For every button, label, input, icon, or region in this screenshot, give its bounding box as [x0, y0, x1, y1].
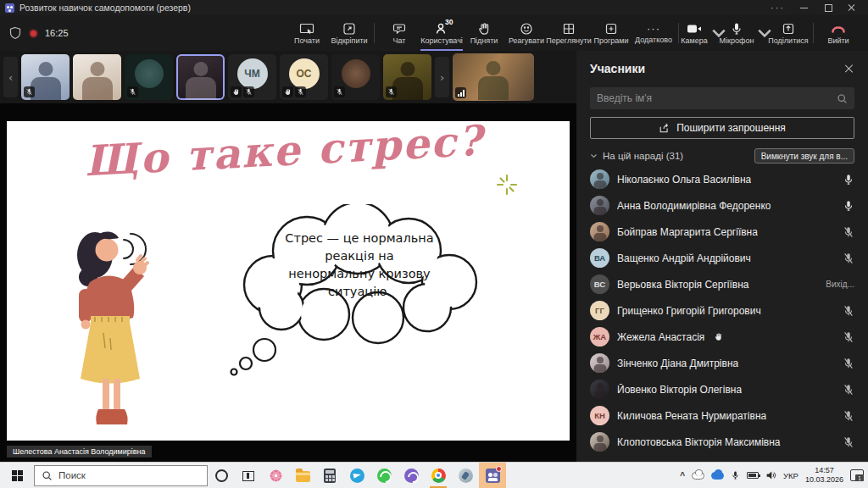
- mic-button[interactable]: Мікрофон: [725, 15, 767, 51]
- participant-name: Жежела Анастасія: [617, 331, 704, 343]
- flower-app-icon[interactable]: [262, 463, 289, 488]
- participant-row[interactable]: ГГ Грищенко Григорій Григорович: [590, 297, 854, 324]
- people-button[interactable]: 30 Користувачі: [420, 15, 463, 51]
- language-indicator[interactable]: УКР: [783, 471, 798, 480]
- raise-hand-button[interactable]: Підняти: [463, 15, 505, 51]
- participant-row[interactable]: Бойправ Маргарита Сергіївна: [590, 219, 854, 245]
- participant-search-input[interactable]: [597, 92, 832, 104]
- task-view-icon[interactable]: [235, 463, 262, 488]
- participant-row[interactable]: Ніколаєнко Ольга Василівна: [590, 166, 854, 192]
- person-silhouette: [176, 54, 225, 100]
- divider: [374, 23, 375, 43]
- windows-taskbar: Поиск: [0, 462, 868, 488]
- maximize-button[interactable]: [824, 3, 832, 12]
- camera-button[interactable]: Камера: [682, 15, 725, 51]
- chrome-icon[interactable]: [425, 463, 452, 488]
- speaker-icon[interactable]: [765, 470, 776, 480]
- participant-list: Ніколаєнко Ольга Василівна Анна Володими…: [590, 166, 854, 455]
- pinned-speaker-tile[interactable]: [453, 53, 534, 101]
- search-icon: [837, 93, 848, 104]
- apps-button[interactable]: Програми: [590, 15, 632, 51]
- video-tile[interactable]: [331, 54, 380, 100]
- participant-avatar: [590, 222, 609, 241]
- share-button[interactable]: Поділитися: [767, 15, 810, 51]
- participant-row[interactable]: КН Киличова Рената Нурмиратівна: [590, 402, 854, 429]
- teams-icon[interactable]: [479, 463, 506, 488]
- presentation-slide: Що таке стрес?: [7, 121, 570, 441]
- tile-status-chips: [386, 86, 397, 97]
- tray-mic-icon[interactable]: [731, 469, 740, 481]
- cloud-icon[interactable]: [692, 472, 704, 480]
- participant-row[interactable]: ВА Ващенко Андрій Андрійович: [590, 245, 854, 271]
- teams-logo-icon: [5, 3, 14, 13]
- whatsapp-icon[interactable]: [370, 463, 398, 488]
- unpin-button[interactable]: Відкріпити: [328, 15, 370, 51]
- react-button[interactable]: Реагувати: [505, 15, 548, 51]
- avatar: ОС: [289, 58, 320, 89]
- raise-hand-icon: [476, 22, 492, 36]
- more-actions-button[interactable]: ··· Додатково: [632, 15, 675, 51]
- mic-muted-icon[interactable]: [843, 410, 854, 422]
- video-tile[interactable]: [383, 54, 431, 100]
- strip-next-button[interactable]: ›: [435, 57, 449, 97]
- video-tile[interactable]: ОС: [280, 54, 328, 100]
- calculator-icon[interactable]: [316, 463, 343, 488]
- mic-muted-icon[interactable]: [843, 384, 854, 396]
- participant-name: Верьовка Вікторія Сергіївна: [617, 279, 749, 291]
- start-button[interactable]: [0, 463, 34, 488]
- thought-bubble-text: Стрес — це нормальна реакція на ненормал…: [261, 230, 458, 301]
- mic-muted-icon[interactable]: [843, 436, 854, 448]
- participant-avatar: ВС: [590, 274, 609, 294]
- leave-button[interactable]: Вийти: [817, 15, 860, 51]
- participant-search[interactable]: [590, 87, 854, 109]
- share-invite-button[interactable]: Поширити запрошення: [590, 117, 854, 139]
- file-explorer-icon[interactable]: [289, 463, 316, 488]
- cortana-icon[interactable]: [208, 463, 235, 488]
- video-tile[interactable]: [73, 54, 121, 100]
- chat-button[interactable]: Чат: [378, 15, 420, 51]
- close-window-button[interactable]: [848, 3, 856, 12]
- taskbar-search[interactable]: Поиск: [34, 465, 208, 486]
- taskbar-clock[interactable]: 14:57 10.03.2026: [805, 466, 843, 485]
- participant-row[interactable]: Йовенко Вікторія Олегівна: [590, 376, 854, 402]
- mic-muted-icon[interactable]: [843, 331, 854, 343]
- mic-muted-icon[interactable]: [843, 358, 854, 369]
- telegram-icon[interactable]: [343, 463, 370, 488]
- mic-muted-icon[interactable]: [843, 226, 854, 238]
- participant-name: Грищенко Григорій Григорович: [617, 305, 761, 317]
- tile-status-chips: [334, 86, 345, 97]
- video-tile[interactable]: [176, 54, 225, 100]
- ellipsis-icon: ···: [647, 23, 660, 35]
- sparkle-decoration: [496, 174, 518, 196]
- participant-row[interactable]: Анна Володимирівна Федоренко: [590, 192, 854, 219]
- video-tile[interactable]: [125, 54, 173, 100]
- start-share-button[interactable]: Почати: [286, 15, 328, 51]
- battery-icon[interactable]: [747, 472, 759, 479]
- participant-row[interactable]: Клопотовська Вікторія Максимівна: [590, 429, 854, 455]
- view-button[interactable]: Переглянути: [548, 15, 590, 51]
- participant-name: Ніколаєнко Ольга Василівна: [617, 174, 751, 186]
- video-tile[interactable]: ЧМ: [228, 54, 276, 100]
- action-center-icon[interactable]: [850, 469, 864, 481]
- minimize-button[interactable]: [800, 3, 809, 12]
- tray-expand-icon[interactable]: ^: [680, 471, 685, 480]
- participant-row[interactable]: Зінченко Діана Дмитрівна: [590, 350, 854, 376]
- viber-icon[interactable]: [398, 463, 425, 488]
- mute-all-button[interactable]: Вимкнути звук для в...: [754, 148, 854, 164]
- section-chevron-icon[interactable]: [590, 153, 598, 158]
- camera-icon: [687, 22, 702, 36]
- participant-name: Анна Володимирівна Федоренко: [617, 200, 771, 212]
- close-panel-icon[interactable]: [844, 64, 854, 74]
- mic-muted-icon[interactable]: [843, 305, 854, 317]
- mic-on-icon[interactable]: [843, 174, 854, 186]
- mic-muted-icon[interactable]: [843, 252, 854, 264]
- titlebar-more-icon[interactable]: ···: [771, 3, 785, 13]
- strip-prev-button[interactable]: ‹: [3, 57, 18, 97]
- onedrive-icon[interactable]: [711, 472, 724, 480]
- mic-on-icon[interactable]: [843, 200, 854, 212]
- participant-row[interactable]: ВС Верьовка Вікторія Сергіївна Вихід...: [590, 271, 854, 297]
- participant-avatar: [590, 196, 609, 215]
- paint-icon[interactable]: [452, 463, 479, 488]
- participant-row[interactable]: ЖА Жежела Анастасія: [590, 324, 854, 350]
- video-tile[interactable]: [21, 54, 70, 100]
